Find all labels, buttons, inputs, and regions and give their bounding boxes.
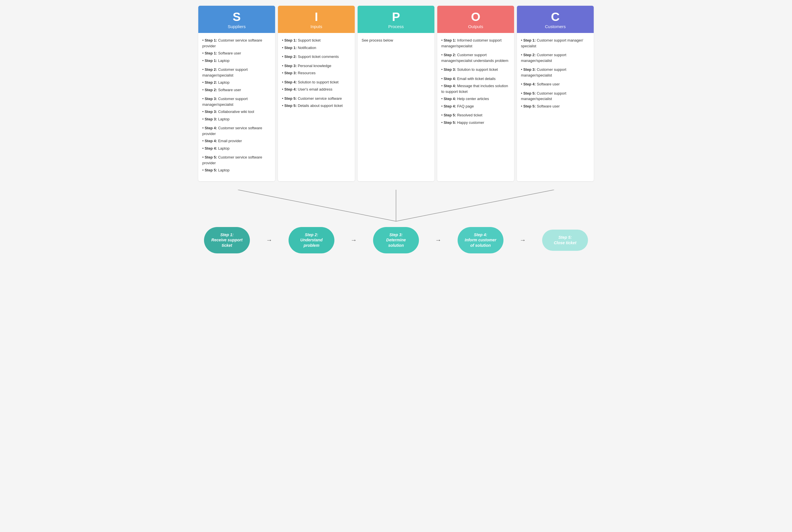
- list-item: • Step 2: Software user: [202, 87, 271, 93]
- list-item: • Step 5: Customer service software: [282, 96, 351, 101]
- col-c-group-4: • Step 5: Customer support manager/speci…: [521, 91, 590, 109]
- arrow-icon: →: [264, 236, 275, 244]
- list-item: • Step 3: Customer support manager/speci…: [521, 67, 590, 78]
- list-item: • Step 1: Notification: [282, 45, 351, 51]
- col-body-o: • Step 1: Informed customer support mana…: [437, 33, 514, 133]
- list-item: • Step 5: Happy customer: [441, 120, 510, 126]
- col-label-p: Process: [361, 24, 431, 29]
- col-o-group-3: • Step 4: Email with ticket details• Ste…: [441, 76, 510, 109]
- sipoc-grid: S Suppliers • Step 1: Customer service s…: [198, 6, 594, 181]
- list-item: • Step 3: Collaborative wiki tool: [202, 109, 271, 115]
- process-step-3: Step 3:Determine solution: [373, 227, 419, 254]
- list-item: • Step 1: Customer support manager/ spec…: [521, 38, 590, 49]
- list-item: • Step 3: Resources: [282, 70, 351, 76]
- list-item: • Step 5: Details about support ticket: [282, 103, 351, 109]
- list-item: • Step 3: Laptop: [202, 116, 271, 122]
- list-item: • Step 4: Software user: [521, 81, 590, 87]
- col-body-i: • Step 1: Support ticket• Step 1: Notifi…: [278, 33, 355, 117]
- list-item: • Step 2: Support ticket comments: [282, 54, 351, 60]
- list-item: • Step 3: Solution to support ticket: [441, 67, 510, 73]
- col-o-group-0: • Step 1: Informed customer support mana…: [441, 38, 510, 49]
- col-c-group-2: • Step 3: Customer support manager/speci…: [521, 67, 590, 78]
- arrow-icon: →: [433, 236, 444, 244]
- list-item: • Step 4: Laptop: [202, 146, 271, 151]
- steps-row: Step 1:Receive support ticket→Step 2:Und…: [198, 227, 594, 254]
- list-item: • Step 2: Customer support manager/speci…: [521, 52, 590, 63]
- col-i-group-0: • Step 1: Support ticket• Step 1: Notifi…: [282, 38, 351, 51]
- col-header-i: I Inputs: [278, 6, 355, 33]
- list-item: • Step 1: Support ticket: [282, 38, 351, 43]
- col-body-s: • Step 1: Customer service software prov…: [198, 33, 275, 181]
- col-letter-s: S: [201, 11, 272, 23]
- col-header-c: C Customers: [517, 6, 594, 33]
- process-step-1: Step 1:Receive support ticket: [204, 227, 250, 254]
- list-item: • Step 2: Customer support manager/speci…: [441, 52, 510, 63]
- col-letter-i: I: [281, 11, 352, 23]
- see-process-text: See process below: [362, 38, 430, 43]
- list-item: • Step 2: Customer support manager/speci…: [202, 67, 271, 78]
- list-item: • Step 4: Customer service software prov…: [202, 125, 271, 136]
- col-i-group-3: • Step 4: Solution to support ticket• St…: [282, 79, 351, 92]
- col-letter-p: P: [361, 11, 431, 23]
- sipoc-col-i: I Inputs • Step 1: Support ticket• Step …: [278, 6, 355, 181]
- sipoc-col-o: O Outputs • Step 1: Informed customer su…: [437, 6, 514, 181]
- list-item: • Step 1: Informed customer support mana…: [441, 38, 510, 49]
- list-item: • Step 1: Software user: [202, 51, 271, 56]
- col-c-group-3: • Step 4: Software user: [521, 81, 590, 87]
- list-item: • Step 4: Email provider: [202, 138, 271, 144]
- triangle-area: [198, 190, 594, 224]
- list-item: • Step 4: User's email address: [282, 87, 351, 92]
- arrow-icon: →: [348, 236, 360, 244]
- list-item: • Step 1: Laptop: [202, 58, 271, 64]
- col-o-group-1: • Step 2: Customer support manager/speci…: [441, 52, 510, 63]
- col-o-group-2: • Step 3: Solution to support ticket: [441, 67, 510, 73]
- list-item: • Step 4: Message that includes solution…: [441, 83, 510, 94]
- col-letter-c: C: [520, 11, 591, 23]
- list-item: • Step 2: Laptop: [202, 80, 271, 86]
- col-label-o: Outputs: [440, 24, 511, 29]
- list-item: • Step 5: Customer service software prov…: [202, 154, 271, 166]
- list-item: • Step 3: Customer support manager/speci…: [202, 96, 271, 107]
- list-item: • Step 3: Personal knowledge: [282, 63, 351, 69]
- list-item: • Step 4: FAQ page: [441, 103, 510, 109]
- list-item: • Step 4: Help center articles: [441, 96, 510, 102]
- list-item: • Step 4: Email with ticket details: [441, 76, 510, 82]
- col-header-p: P Process: [358, 6, 434, 33]
- arrow-icon: →: [517, 236, 529, 244]
- col-s-group-3: • Step 4: Customer service software prov…: [202, 125, 271, 151]
- list-item: • Step 5: Resolved ticket: [441, 112, 510, 118]
- col-s-group-4: • Step 5: Customer service software prov…: [202, 154, 271, 173]
- col-header-o: O Outputs: [437, 6, 514, 33]
- col-s-group-1: • Step 2: Customer support manager/speci…: [202, 67, 271, 93]
- sipoc-container: S Suppliers • Step 1: Customer service s…: [198, 6, 594, 253]
- col-header-s: S Suppliers: [198, 6, 275, 33]
- list-item: • Step 5: Laptop: [202, 167, 271, 173]
- svg-line-1: [396, 190, 554, 221]
- list-item: • Step 5: Customer support manager/speci…: [521, 91, 590, 102]
- process-step-5: Step 5:Close ticket: [542, 230, 588, 251]
- sipoc-col-c: C Customers • Step 1: Customer support m…: [517, 6, 594, 181]
- col-i-group-2: • Step 3: Personal knowledge• Step 3: Re…: [282, 63, 351, 76]
- process-step-2: Step 2:Understand problem: [289, 227, 334, 254]
- list-item: • Step 4: Solution to support ticket: [282, 79, 351, 85]
- col-i-group-1: • Step 2: Support ticket comments: [282, 54, 351, 60]
- col-body-c: • Step 1: Customer support manager/ spec…: [517, 33, 594, 117]
- col-c-group-1: • Step 2: Customer support manager/speci…: [521, 52, 590, 63]
- list-item: • Step 5: Software user: [521, 103, 590, 109]
- svg-line-0: [238, 190, 396, 221]
- sipoc-col-p: P Process See process below: [358, 6, 434, 181]
- list-item: • Step 1: Customer service software prov…: [202, 38, 271, 49]
- col-c-group-0: • Step 1: Customer support manager/ spec…: [521, 38, 590, 49]
- col-s-group-0: • Step 1: Customer service software prov…: [202, 38, 271, 63]
- col-label-i: Inputs: [281, 24, 352, 29]
- col-i-group-4: • Step 5: Customer service software• Ste…: [282, 96, 351, 109]
- col-s-group-2: • Step 3: Customer support manager/speci…: [202, 96, 271, 122]
- sipoc-col-s: S Suppliers • Step 1: Customer service s…: [198, 6, 275, 181]
- col-label-c: Customers: [520, 24, 591, 29]
- col-body-p: See process below: [358, 33, 434, 48]
- col-o-group-4: • Step 5: Resolved ticket• Step 5: Happy…: [441, 112, 510, 125]
- process-step-4: Step 4:Inform customer of solution: [458, 227, 503, 254]
- col-label-s: Suppliers: [201, 24, 272, 29]
- col-letter-o: O: [440, 11, 511, 23]
